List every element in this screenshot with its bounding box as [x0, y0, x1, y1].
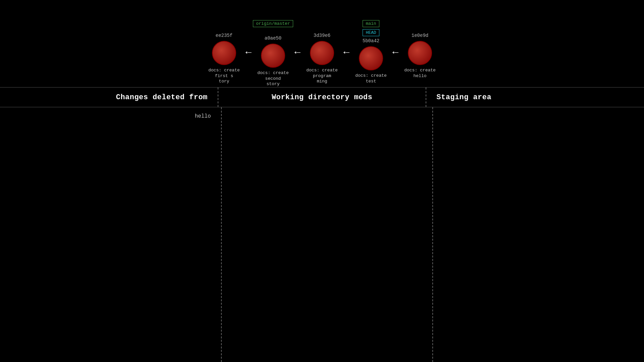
- col1-header-label: Changes deleted from: [116, 93, 208, 102]
- commit-5b0a42: main HEAD 5b0a42 docs: create test: [351, 20, 391, 84]
- arrow-1: ←: [246, 32, 252, 58]
- badge-head: HEAD: [363, 29, 379, 36]
- col2-header-label: Working directory mods: [272, 93, 372, 102]
- commit-hash-a0ae50: a0ae50: [265, 36, 281, 41]
- commit-hash-ee235f: ee235f: [216, 33, 232, 38]
- commit-ee235f: ee235f docs: create first story: [204, 20, 244, 85]
- commit-label-5b0a42: docs: create test: [351, 73, 391, 84]
- body-col2: [222, 107, 433, 362]
- commit-label-a0ae50: docs: create secondstory: [253, 70, 293, 87]
- commit-circle-1e0e9d: [408, 41, 432, 65]
- git-graph: ee235f docs: create first story ← origin…: [0, 0, 644, 87]
- commit-label-ee235f: docs: create first story: [204, 68, 244, 85]
- commit-1e0e9d: 1e0e9d docs: create hello: [400, 20, 440, 79]
- commit-circle-3d39e6: [310, 41, 334, 65]
- body-col3: [433, 107, 644, 362]
- cell-col1-row1: hello: [195, 113, 211, 362]
- badge-origin-master: origin/master: [253, 20, 293, 27]
- commits-row: ee235f docs: create first story ← origin…: [204, 20, 440, 87]
- commit-hash-3d39e6: 3d39e6: [314, 33, 330, 38]
- commit-a0ae50: origin/master a0ae50 docs: create second…: [253, 20, 293, 87]
- main-table: Changes deleted from Working directory m…: [0, 87, 644, 362]
- col2-header-cell: Working directory mods: [218, 87, 426, 107]
- commit-label-3d39e6: docs: create programming: [302, 68, 342, 85]
- commit-label-1e0e9d: docs: create hello: [400, 68, 440, 79]
- commit-hash-5b0a42: 5b0a42: [363, 38, 379, 44]
- col3-header-cell: Staging area: [426, 87, 644, 107]
- commit-circle-a0ae50: [261, 44, 285, 68]
- table-body: hello: [0, 107, 644, 362]
- body-col1: hello: [0, 107, 221, 362]
- commit-circle-ee235f: [212, 41, 236, 65]
- col3-header-label: Staging area: [436, 93, 491, 102]
- commit-3d39e6: 3d39e6 docs: create programming: [302, 20, 342, 85]
- col1-header-cell: Changes deleted from: [0, 87, 218, 107]
- commit-hash-1e0e9d: 1e0e9d: [412, 33, 428, 38]
- commit-circle-5b0a42: [359, 46, 383, 70]
- arrow-2: ←: [294, 32, 301, 58]
- arrow-3: ←: [343, 32, 350, 58]
- badge-main: main: [363, 20, 379, 27]
- arrow-4: ←: [392, 32, 398, 58]
- table-header: Changes deleted from Working directory m…: [0, 87, 644, 107]
